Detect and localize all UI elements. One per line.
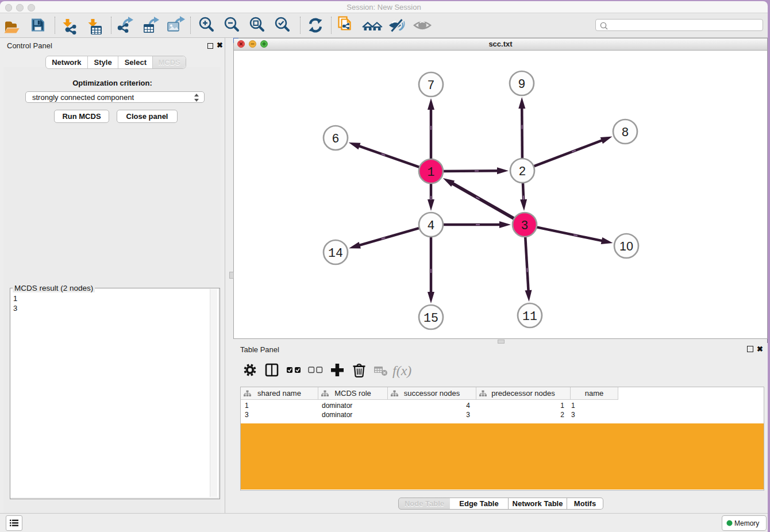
- svg-text:1: 1: [428, 165, 435, 179]
- svg-text:15: 15: [424, 311, 438, 325]
- svg-text:9: 9: [518, 78, 526, 91]
- svg-text:4: 4: [428, 219, 435, 233]
- svg-text:f(x): f(x): [392, 363, 411, 378]
- svg-text:11: 11: [522, 310, 537, 323]
- svg-text:3: 3: [521, 219, 529, 233]
- svg-text:6: 6: [332, 132, 340, 146]
- svg-text:7: 7: [428, 79, 435, 92]
- svg-text:10: 10: [619, 240, 633, 253]
- svg-text:2: 2: [519, 165, 526, 179]
- svg-text:14: 14: [328, 246, 343, 260]
- svg-text:8: 8: [622, 126, 629, 140]
